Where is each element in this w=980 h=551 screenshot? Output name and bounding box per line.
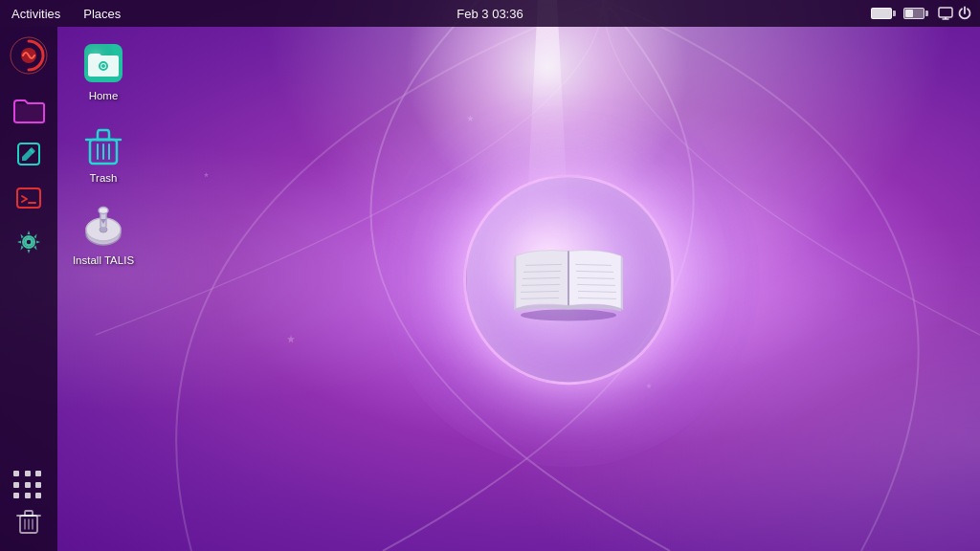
svg-point-30 — [26, 239, 32, 245]
apps-dot — [13, 471, 19, 476]
clock: Feb 3 03:36 — [457, 7, 523, 21]
desktop-icons: Home Trash — [65, 34, 142, 273]
apps-dot — [13, 493, 19, 498]
places-menu[interactable]: Places — [72, 0, 132, 27]
apps-grid-button[interactable] — [13, 471, 44, 501]
home-label: Home — [89, 90, 119, 103]
power-icon[interactable] — [957, 6, 972, 21]
apps-dot — [25, 493, 31, 498]
svg-marker-1 — [467, 115, 474, 121]
battery-full-icon — [871, 8, 892, 19]
sidebar-bottom — [13, 471, 44, 536]
svg-marker-4 — [287, 335, 295, 342]
battery-low-icon — [903, 8, 924, 19]
svg-rect-18 — [939, 8, 952, 17]
sidebar-trash-icon[interactable] — [16, 509, 41, 536]
sidebar-logo[interactable] — [8, 34, 50, 77]
topbar-left: Activities Places — [0, 0, 132, 27]
svg-point-39 — [101, 64, 105, 68]
desktop-icon-install-talis[interactable]: Install TALIS — [65, 199, 142, 274]
topbar-right — [871, 6, 980, 21]
trash-icon — [80, 122, 126, 168]
trash-label: Trash — [90, 172, 118, 186]
sidebar-item-files[interactable] — [11, 92, 47, 128]
svg-point-5 — [521, 309, 616, 320]
sidebar — [0, 27, 57, 551]
apps-dot — [25, 482, 31, 488]
book-circle[interactable] — [463, 174, 674, 385]
activities-button[interactable]: Activities — [0, 0, 72, 27]
desktop: Activities Places Feb 3 03:36 — [0, 0, 980, 551]
sidebar-item-terminal[interactable] — [11, 180, 47, 216]
sidebar-item-editor[interactable] — [11, 136, 47, 172]
apps-dot — [35, 493, 41, 498]
apps-dot — [35, 482, 41, 488]
topbar: Activities Places Feb 3 03:36 — [0, 0, 980, 27]
svg-point-49 — [99, 207, 108, 213]
svg-marker-2 — [204, 172, 209, 177]
desktop-icon-home[interactable]: Home — [65, 34, 142, 109]
svg-marker-3 — [646, 383, 652, 388]
svg-rect-25 — [17, 188, 40, 208]
apps-dot — [35, 471, 41, 476]
home-icon — [80, 40, 126, 86]
book-icon — [506, 236, 631, 322]
apps-dot — [13, 482, 19, 488]
install-talis-label: Install TALIS — [73, 254, 134, 268]
apps-dot — [25, 471, 31, 476]
desktop-icon-trash[interactable]: Trash — [65, 117, 142, 191]
sidebar-item-settings[interactable] — [11, 224, 47, 260]
screen-icon[interactable] — [938, 7, 953, 20]
install-talis-icon — [80, 205, 126, 251]
